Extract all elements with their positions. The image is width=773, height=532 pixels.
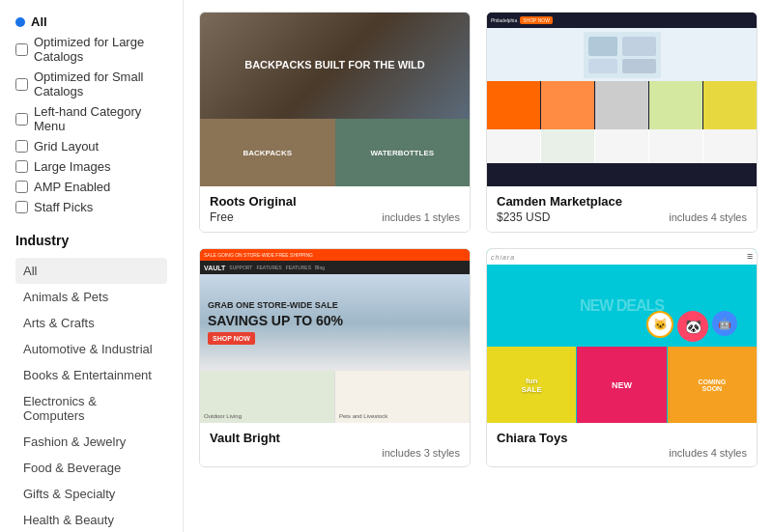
camden-prod-2 bbox=[541, 81, 594, 129]
filter-staff-picks-checkbox[interactable] bbox=[15, 201, 28, 213]
vault-nav-item3: FEATURES bbox=[286, 265, 311, 270]
industry-animals-pets[interactable]: Animals & Pets bbox=[15, 284, 167, 310]
filter-staff-picks[interactable]: Staff Picks bbox=[15, 197, 167, 217]
theme-card-camden[interactable]: Philadelphia SHOP NOW bbox=[486, 12, 758, 233]
toy-3: 🤖 bbox=[712, 311, 737, 336]
vault-name: Vault Bright bbox=[210, 431, 460, 445]
svg-rect-1 bbox=[588, 37, 617, 56]
theme-card-roots[interactable]: BACKPACKS BUILT FOR THE WILD BACKPACKS W… bbox=[199, 12, 471, 233]
camden-bottom-row bbox=[487, 129, 757, 163]
roots-name: Roots Original bbox=[210, 194, 460, 209]
industry-gifts[interactable]: Gifts & Specialty bbox=[15, 481, 167, 507]
industry-list: All Animals & Pets Arts & Crafts Automot… bbox=[15, 258, 167, 532]
filter-left-hand[interactable]: Left-hand Category Menu bbox=[15, 101, 167, 136]
chiara-nav: ☰ bbox=[747, 253, 753, 261]
filter-amp-label: AMP Enabled bbox=[34, 180, 110, 194]
camden-bottom-1 bbox=[487, 129, 540, 163]
camden-hero-svg bbox=[584, 32, 661, 78]
camden-preview: Philadelphia SHOP NOW bbox=[487, 13, 757, 186]
radio-dot bbox=[15, 17, 25, 27]
roots-price: Free bbox=[210, 210, 234, 224]
vault-top-bar: SALE GOING ON STORE-WIDE FREE SHIPPING bbox=[200, 249, 470, 261]
svg-rect-2 bbox=[622, 37, 656, 56]
vault-nav: VAULT SUPPORT FEATURES FEATURES Blog bbox=[200, 261, 470, 274]
chiara-top-bar: chiara ☰ bbox=[487, 249, 757, 265]
camden-bottom-2 bbox=[541, 129, 594, 163]
roots-meta: Free includes 1 styles bbox=[210, 210, 460, 224]
filter-grid-layout-checkbox[interactable] bbox=[15, 140, 28, 153]
filter-amp-enabled[interactable]: AMP Enabled bbox=[15, 177, 167, 197]
filter-all[interactable]: All bbox=[15, 12, 167, 32]
filter-large-images-label: Large Images bbox=[34, 159, 111, 174]
camden-bottom-5 bbox=[703, 129, 757, 163]
industry-fashion[interactable]: Fashion & Jewelry bbox=[15, 429, 167, 455]
vault-info: Vault Bright includes 3 styles bbox=[200, 423, 470, 466]
camden-prod-3 bbox=[595, 81, 648, 129]
svg-rect-4 bbox=[622, 59, 656, 73]
industry-health[interactable]: Health & Beauty bbox=[15, 507, 167, 532]
theme-grid: BACKPACKS BUILT FOR THE WILD BACKPACKS W… bbox=[199, 12, 758, 467]
filter-grid-layout-label: Grid Layout bbox=[34, 139, 99, 154]
chiara-info: Chiara Toys includes 4 styles bbox=[487, 423, 757, 466]
camden-styles: includes 4 styles bbox=[669, 211, 747, 223]
roots-bottom-left: BACKPACKS bbox=[200, 119, 335, 186]
chiara-logo: chiara bbox=[491, 254, 515, 261]
vault-nav-item4: Blog bbox=[315, 265, 325, 270]
main-content: BACKPACKS BUILT FOR THE WILD BACKPACKS W… bbox=[184, 0, 773, 532]
vault-promo-text: SALE GOING ON STORE-WIDE FREE SHIPPING bbox=[204, 252, 313, 258]
industry-food[interactable]: Food & Beverage bbox=[15, 455, 167, 481]
camden-name: Camden Marketplace bbox=[497, 194, 747, 209]
chiara-toys-group: 🐱 🐼 🤖 bbox=[646, 311, 737, 342]
vault-bottom-right: Pets and Livestock bbox=[335, 371, 470, 423]
roots-hero-text: BACKPACKS BUILT FOR THE WILD bbox=[237, 51, 433, 79]
filter-large-images-checkbox[interactable] bbox=[15, 160, 28, 173]
industry-section-title: Industry bbox=[15, 233, 167, 248]
chiara-hero: NEW DEALS 🐱 🐼 🤖 bbox=[487, 265, 757, 347]
vault-hero: GRAB ONE STORE-WIDE SALE SAVINGS UP TO 6… bbox=[200, 274, 470, 371]
chiara-styles: includes 4 styles bbox=[669, 447, 747, 459]
camden-info: Camden Marketplace $235 USD includes 4 s… bbox=[487, 186, 757, 232]
filter-staff-picks-label: Staff Picks bbox=[34, 200, 93, 214]
filter-all-label: All bbox=[31, 14, 47, 29]
camden-price: $235 USD bbox=[497, 210, 550, 224]
chiara-preview: chiara ☰ NEW DEALS 🐱 🐼 🤖 bbox=[487, 249, 757, 423]
vault-logo: VAULT bbox=[204, 265, 225, 271]
roots-hero: BACKPACKS BUILT FOR THE WILD bbox=[200, 13, 470, 119]
roots-preview: BACKPACKS BUILT FOR THE WILD BACKPACKS W… bbox=[200, 13, 470, 186]
industry-books[interactable]: Books & Entertainment bbox=[15, 362, 167, 388]
vault-preview: SALE GOING ON STORE-WIDE FREE SHIPPING V… bbox=[200, 249, 470, 423]
chiara-cell-new: NEW bbox=[577, 347, 666, 423]
filter-optimized-small-label: Optimized for Small Catalogs bbox=[34, 70, 167, 98]
toy-2: 🐼 bbox=[677, 311, 708, 342]
filter-optimized-large[interactable]: Optimized for Large Catalogs bbox=[15, 32, 167, 67]
theme-card-chiara[interactable]: chiara ☰ NEW DEALS 🐱 🐼 🤖 bbox=[486, 248, 758, 467]
toy-1: 🐱 bbox=[646, 311, 673, 338]
chiara-cell-coming-soon: COMING SOON bbox=[668, 347, 757, 423]
chiara-bottom-grid: fun SALE NEW COMING SOON bbox=[487, 347, 757, 423]
industry-all[interactable]: All bbox=[15, 258, 167, 284]
vault-meta: includes 3 styles bbox=[210, 447, 460, 459]
camden-hero bbox=[487, 28, 757, 81]
industry-arts-crafts[interactable]: Arts & Crafts bbox=[15, 310, 167, 336]
industry-electronics[interactable]: Electronics & Computers bbox=[15, 388, 167, 429]
chiara-cell-coming-text: COMING SOON bbox=[698, 378, 726, 392]
industry-automotive[interactable]: Automotive & Industrial bbox=[15, 336, 167, 362]
roots-bottom: BACKPACKS WATERBOTTLES bbox=[200, 119, 470, 186]
filter-grid-layout[interactable]: Grid Layout bbox=[15, 136, 167, 156]
chiara-cell-sale-text: fun SALE bbox=[521, 377, 541, 394]
filter-optimized-small-checkbox[interactable] bbox=[15, 78, 28, 91]
filter-optimized-large-checkbox[interactable] bbox=[15, 43, 28, 56]
filter-left-hand-checkbox[interactable] bbox=[15, 113, 28, 126]
roots-info: Roots Original Free includes 1 styles bbox=[200, 186, 470, 232]
filter-large-images[interactable]: Large Images bbox=[15, 156, 167, 177]
camden-bottom-4 bbox=[649, 129, 702, 163]
chiara-hero-inner: NEW DEALS 🐱 🐼 🤖 bbox=[487, 265, 757, 347]
camden-top-bar: Philadelphia SHOP NOW bbox=[487, 13, 757, 28]
filter-amp-checkbox[interactable] bbox=[15, 181, 28, 193]
camden-cta-btn: SHOP NOW bbox=[520, 16, 553, 24]
camden-prod-4 bbox=[649, 81, 702, 129]
theme-card-vault[interactable]: SALE GOING ON STORE-WIDE FREE SHIPPING V… bbox=[199, 248, 471, 467]
vault-bottom-left: Outdoor Living bbox=[200, 371, 334, 423]
filter-optimized-small[interactable]: Optimized for Small Catalogs bbox=[15, 67, 167, 101]
chiara-meta: includes 4 styles bbox=[497, 447, 747, 459]
